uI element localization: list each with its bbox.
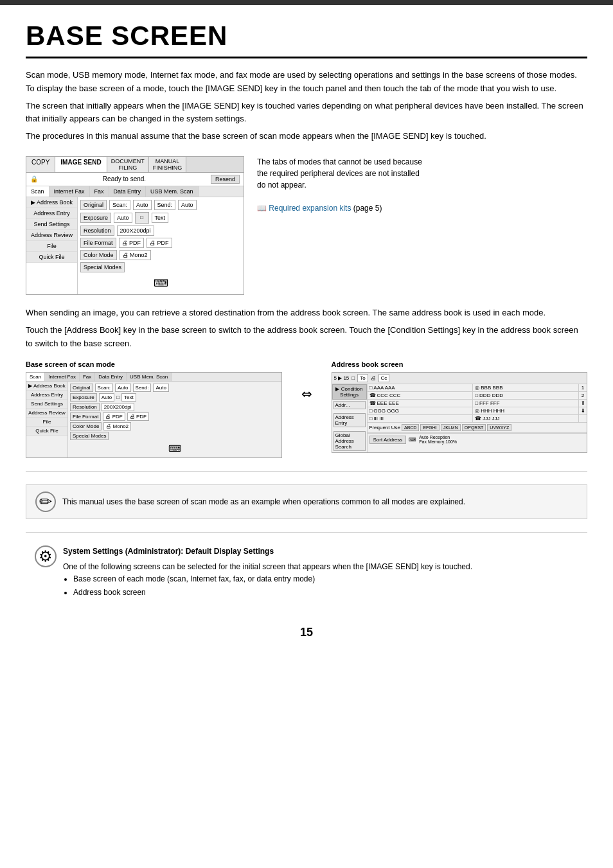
middle-p1: When sending an image, you can retrieve … [26, 306, 587, 320]
copy-tab[interactable]: COPY [26, 157, 55, 172]
mini-text: Text [121, 393, 136, 402]
settings-bullet-2: Address book screen [73, 587, 472, 599]
entry-ggg-ggg[interactable]: □ GGG GGG [368, 407, 474, 414]
alpha-efghi[interactable]: EFGHI [420, 424, 439, 431]
mini-ae[interactable]: Address Entry [26, 391, 67, 400]
mini-ss[interactable]: Send Settings [26, 400, 67, 409]
document-tab[interactable]: DOCUMENT FILING [107, 157, 149, 172]
page-title: BASE SCREEN [26, 21, 587, 58]
mini-ar[interactable]: Address Review [26, 409, 67, 418]
page-number: 15 [26, 626, 587, 639]
mini-cm: Color Mode [70, 422, 102, 430]
mini-row-4: File Format 🖨 PDF 🖨 PDF [70, 412, 280, 421]
addr-screen-block: Address book screen 5 ▶ 15 □ To 🖨 Cc ▶ C… [332, 360, 588, 453]
alpha-opqrst[interactable]: OPQRST [462, 424, 486, 431]
alpha-abcd[interactable]: ABCD [402, 424, 419, 431]
manual-tab[interactable]: MANUAL FINISHING [149, 157, 187, 172]
status-text: Ready to send. [103, 175, 146, 182]
image-send-tab[interactable]: IMAGE SEND [55, 157, 107, 172]
mini-exp-val[interactable]: Auto [99, 393, 114, 402]
color-mode-val[interactable]: 🖨 Mono2 [120, 250, 151, 260]
resend-button[interactable]: Resend [211, 175, 240, 184]
address-entry-menu[interactable]: Address Entry [26, 208, 77, 219]
mini-exp: Exposure [70, 393, 97, 402]
entry-fff-fff[interactable]: □ FFF FFF [473, 400, 579, 407]
quick-file-menu[interactable]: Quick File [26, 252, 77, 263]
entry-ccc-ccc[interactable]: ☎ CCC CCC [368, 392, 474, 399]
alpha-uvwxyz[interactable]: UVWXYZ [487, 424, 511, 431]
addr-entry-field[interactable]: Addr... [333, 401, 366, 409]
address-review-menu[interactable]: Address Review [26, 230, 77, 241]
global-addr-field[interactable]: Global Address Search [333, 431, 366, 451]
addr-row-4: □ GGG GGG ◎ HHH HHH ⬇ [368, 407, 587, 415]
alpha-jklmn[interactable]: JKLMN [441, 424, 461, 431]
internet-fax-tab: Internet Fax [49, 186, 90, 197]
settings-bullets: Base screen of each mode (scan, Internet… [63, 573, 472, 599]
cc-tab[interactable]: Cc [378, 374, 390, 382]
entry-eee-eee[interactable]: ☎ EEE EEE [368, 400, 474, 407]
mini-ff-v2: 🖨 PDF [127, 412, 149, 421]
addr-entry-field2[interactable]: Address Entry [333, 413, 366, 427]
entry-text-10: JJJ JJJ [483, 416, 499, 421]
to-tab[interactable]: To [357, 374, 368, 382]
mini-ff-v1[interactable]: 🖨 PDF [103, 412, 125, 421]
scan-screen-block: Base screen of scan mode Scan Internet F… [26, 360, 282, 458]
mini-bottom-icon: ⌨ [70, 441, 280, 456]
settings-title: System Settings (Administrator): Default… [63, 545, 472, 558]
entry-hhh-hhh[interactable]: ◎ HHH HHH [473, 407, 579, 414]
mini-main-area: Original Scan: Auto Send: Auto Exposure … [68, 382, 281, 457]
scan-val[interactable]: Auto [133, 200, 152, 210]
required-expansion-kits-link[interactable]: Required expansion kits [269, 204, 351, 213]
settings-bullet-1: Base screen of each mode (scan, Internet… [73, 573, 472, 585]
mini-sp[interactable]: Special Modes [70, 432, 109, 440]
note-box: ✏ This manual uses the base screen of sc… [26, 484, 587, 519]
mini-auto1[interactable]: Auto [115, 384, 130, 392]
special-modes-field[interactable]: Special Modes [80, 262, 125, 272]
entry-aaa-aaa[interactable]: □ AAA AAA [368, 384, 474, 391]
ui-row-exposure: Exposure Auto □ Text [80, 212, 241, 224]
settings-content: System Settings (Administrator): Default… [63, 545, 472, 600]
scan-tab[interactable]: Scan [26, 186, 49, 197]
entry-iii-iii[interactable]: □ III III [368, 415, 474, 422]
exposure-val[interactable]: Auto [114, 213, 132, 223]
mini-left-menu: ▶ Address Book Address Entry Send Settin… [26, 382, 68, 457]
addr-ui: 5 ▶ 15 □ To 🖨 Cc ▶ Condition Settings Ad… [332, 372, 588, 453]
file-format-val1[interactable]: 🖨 PDF [119, 238, 145, 248]
mini-ab[interactable]: ▶ Address Book [26, 382, 67, 391]
ui-row-resolution: Resolution 200X200dpi [80, 226, 241, 236]
mini-body: ▶ Address Book Address Entry Send Settin… [26, 382, 281, 457]
mini-scan: Scan: [95, 384, 113, 392]
frequent-use-label: Frequent Use [369, 425, 400, 430]
send-settings-menu[interactable]: Send Settings [26, 219, 77, 230]
mini-file[interactable]: File [26, 418, 67, 427]
text-val: Text [152, 213, 169, 223]
entry-icon-down[interactable]: ⬇ [579, 407, 587, 414]
intro-section: Scan mode, USB memory mode, Internet fax… [26, 69, 587, 143]
file-menu[interactable]: File [26, 241, 77, 252]
resolution-val[interactable]: 200X200dpi [117, 226, 154, 236]
sort-address-button[interactable]: Sort Address [369, 436, 407, 444]
addr-top-nav: 5 ▶ 15 □ To 🖨 Cc [332, 373, 587, 384]
entry-ddd-ddd[interactable]: □ DDD DDD [473, 392, 579, 399]
mini-scan-tab[interactable]: Scan [26, 373, 45, 381]
entry-jjj-jjj[interactable]: ☎ JJJ JJJ [473, 415, 579, 422]
exposure-icon: □ [135, 212, 149, 224]
mini-ff: File Format [70, 412, 101, 421]
address-book-menu[interactable]: ▶ Address Book [26, 197, 77, 208]
ui-body: ▶ Address Book Address Entry Send Settin… [26, 197, 244, 294]
mini-auto2[interactable]: Auto [153, 384, 168, 392]
condition-settings[interactable]: ▶ Condition Settings [332, 384, 367, 400]
mini-row-5: Color Mode 🖨 Mono2 [70, 422, 280, 430]
mini-qf[interactable]: Quick File [26, 427, 67, 436]
mini-cm-v[interactable]: 🖨 Mono2 [103, 422, 131, 430]
entry-icon-5: ☎ [369, 400, 376, 406]
send-val[interactable]: Auto [178, 200, 197, 210]
entry-icon-up[interactable]: ⬆ [579, 400, 587, 407]
to-icon: □ [351, 375, 355, 381]
scan-field: Scan: [109, 200, 130, 210]
mini-res-val[interactable]: 200X200dpi [102, 403, 134, 411]
mini-orig: Original [70, 384, 93, 392]
screens-comparison: Base screen of scan mode Scan Internet F… [26, 360, 587, 458]
entry-bbb-bbb[interactable]: ◎ BBB BBB [473, 384, 579, 391]
mini-send: Send: [133, 384, 152, 392]
